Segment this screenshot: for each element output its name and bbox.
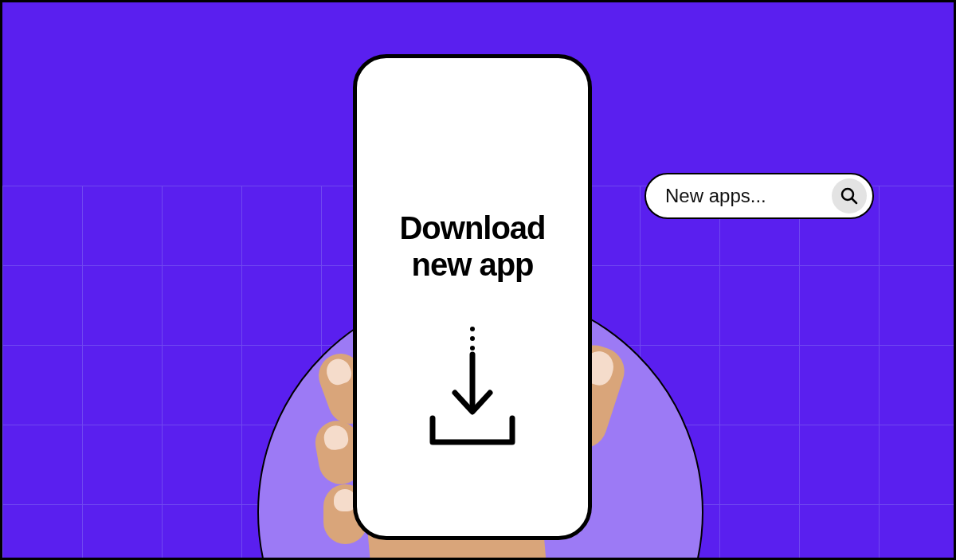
phone-mockup: Download new app [353, 54, 592, 540]
svg-point-1 [470, 336, 475, 341]
headline-line-2: new app [411, 247, 533, 282]
search-bar[interactable]: New apps... [645, 173, 874, 219]
search-icon [840, 186, 859, 206]
svg-point-0 [470, 327, 475, 331]
svg-point-2 [470, 346, 475, 350]
download-icon [417, 323, 528, 450]
search-button[interactable] [832, 178, 867, 213]
phone-headline: Download new app [399, 210, 545, 283]
headline-line-1: Download [399, 210, 545, 245]
search-placeholder: New apps... [665, 185, 766, 207]
svg-line-5 [852, 198, 856, 203]
